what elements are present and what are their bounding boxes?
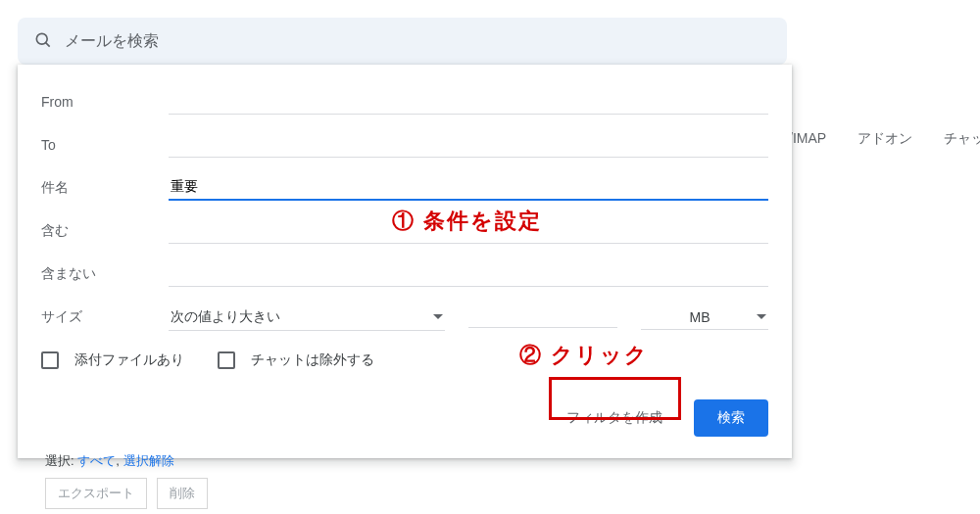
includes-input[interactable] bbox=[169, 219, 768, 244]
exclude-chats-checkbox[interactable]: チャットは除外する bbox=[218, 351, 374, 369]
from-input[interactable] bbox=[169, 90, 768, 115]
checkbox-icon bbox=[218, 351, 235, 369]
to-row: To bbox=[41, 127, 768, 163]
includes-row: 含む bbox=[41, 213, 768, 249]
search-filter-panel: From To 件名 含む 含まない サイズ 次の値より大きい MB bbox=[18, 65, 792, 458]
size-operator-select[interactable]: 次の値より大きい bbox=[169, 304, 445, 331]
select-line: 選択: すべて, 選択解除 bbox=[45, 452, 214, 470]
svg-line-1 bbox=[46, 42, 50, 46]
size-value-input[interactable] bbox=[468, 306, 617, 328]
checkbox-icon bbox=[41, 351, 59, 369]
from-row: From bbox=[41, 84, 768, 119]
chevron-down-icon bbox=[433, 314, 443, 319]
create-filter-button[interactable]: フィルタを作成 bbox=[553, 399, 676, 437]
deselect-all-link[interactable]: 選択解除 bbox=[123, 453, 174, 468]
search-icon bbox=[33, 30, 53, 53]
has-attachment-checkbox[interactable]: 添付ファイルあり bbox=[41, 351, 184, 369]
size-unit-select[interactable]: MB bbox=[641, 305, 768, 330]
search-bar[interactable]: メールを検索 bbox=[18, 18, 787, 65]
excludes-input[interactable] bbox=[169, 262, 768, 287]
to-label: To bbox=[41, 137, 169, 153]
from-label: From bbox=[41, 94, 169, 110]
select-all-link[interactable]: すべて bbox=[77, 453, 116, 468]
to-input[interactable] bbox=[169, 133, 768, 158]
delete-button[interactable]: 削除 bbox=[157, 478, 208, 509]
tab-chat[interactable]: チャット bbox=[944, 130, 980, 146]
chevron-down-icon bbox=[757, 314, 766, 319]
svg-point-0 bbox=[36, 33, 47, 44]
tab-addons[interactable]: アドオン bbox=[858, 130, 912, 146]
select-label: 選択: bbox=[45, 453, 74, 468]
size-operator-value: 次の値より大きい bbox=[171, 308, 280, 326]
button-row: フィルタを作成 検索 bbox=[41, 399, 768, 437]
tab-pop-imap[interactable]: /IMAP bbox=[789, 130, 826, 146]
excludes-row: 含まない bbox=[41, 257, 768, 292]
size-row: サイズ 次の値より大きい MB bbox=[41, 300, 768, 335]
size-label: サイズ bbox=[41, 308, 169, 326]
checkbox-row: 添付ファイルあり チャットは除外する bbox=[41, 343, 768, 378]
exclude-chats-label: チャットは除外する bbox=[251, 351, 374, 369]
size-unit-value: MB bbox=[643, 309, 757, 325]
subject-label: 件名 bbox=[41, 179, 169, 197]
excludes-label: 含まない bbox=[41, 265, 169, 283]
search-button[interactable]: 検索 bbox=[694, 399, 768, 437]
has-attachment-label: 添付ファイルあり bbox=[74, 351, 184, 369]
subject-input[interactable] bbox=[169, 175, 768, 201]
filters-below-area: 選択: すべて, 選択解除 エクスポート 削除 bbox=[45, 452, 214, 509]
includes-label: 含む bbox=[41, 222, 169, 240]
export-button[interactable]: エクスポート bbox=[45, 478, 147, 509]
search-placeholder: メールを検索 bbox=[65, 31, 159, 52]
subject-row: 件名 bbox=[41, 170, 768, 206]
